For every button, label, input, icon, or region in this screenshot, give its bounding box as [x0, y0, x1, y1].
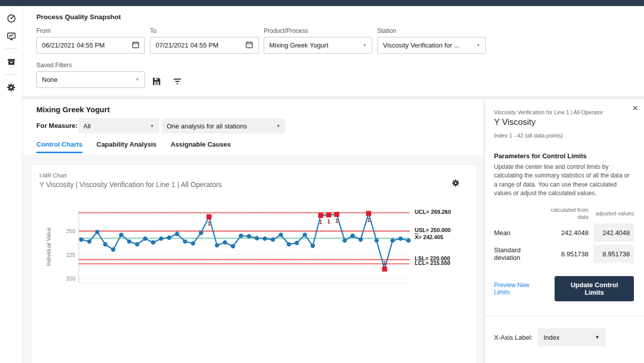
save-filter-button[interactable] — [152, 77, 161, 86]
chevron-down-icon: ▼ — [595, 335, 600, 340]
individuals-chart[interactable]: 200225250111111UCL= 269.260USL= 250.000X… — [37, 204, 478, 294]
to-label: To — [150, 27, 259, 34]
chart-area: I-MR Chart Y Viscosity | Viscosity Verif… — [23, 154, 483, 363]
svg-text:1: 1 — [208, 220, 211, 226]
product-process-value: Mixing Greek Yogurt — [269, 41, 328, 49]
chevron-down-icon: ▼ — [135, 77, 139, 82]
x-axis-label: X-Axis Label: — [494, 334, 537, 341]
control-limits-panel: × Viscosity Verification for Line 1 | Al… — [485, 99, 644, 363]
filter-icon[interactable] — [173, 77, 182, 86]
stdev-calculated-value: 8.951738 — [545, 250, 588, 258]
update-control-limits-button[interactable]: Update Control Limits — [555, 276, 634, 301]
x-axis-value: Index — [543, 334, 560, 341]
svg-text:1: 1 — [383, 260, 386, 266]
individuals-chart-cl-label: X= 242.405 — [415, 234, 443, 240]
from-date-value: 06/21/2021 04:55 PM — [42, 41, 105, 49]
svg-text:1: 1 — [367, 217, 370, 223]
chart-type-label: I-MR Chart — [39, 172, 67, 178]
tab-assignable-causes[interactable]: Assignable Causes — [171, 141, 231, 153]
mean-calculated-value: 242.4048 — [545, 229, 588, 237]
tab-bar: Control Charts Capability Analysis Assig… — [36, 141, 231, 153]
panel-index-range: Index 1 - 42 (all data points) — [494, 132, 634, 139]
panel-breadcrumb: Viscosity Verification for Line 1 | All … — [494, 109, 634, 115]
gear-icon[interactable] — [6, 82, 16, 93]
station-label: Station — [377, 27, 486, 34]
tab-capability-analysis[interactable]: Capability Analysis — [96, 141, 157, 153]
saved-filters-label: Saved Filters — [36, 62, 145, 69]
saved-filters-select[interactable]: None ▼ — [36, 71, 145, 88]
parameters-section-title: Parameters for Control Limits — [494, 152, 634, 160]
row-label-mean: Mean — [494, 229, 540, 237]
to-date-input[interactable]: 07/21/2021 04:55 PM — [150, 37, 259, 54]
chevron-down-icon: ▼ — [363, 43, 367, 48]
panel-divider — [485, 315, 644, 316]
analysis-mode-value: One analysis for all stations — [167, 122, 247, 130]
chart-subtitle: Y Viscosity | Viscosity Verification for… — [39, 180, 222, 189]
panel-title: Y Viscosity — [494, 117, 634, 127]
individuals-chart-ucl-label: UCL= 269.260 — [415, 209, 451, 215]
from-label: From — [36, 27, 145, 34]
chevron-down-icon: ▼ — [150, 124, 154, 128]
row-label-stdev: Standard deviation — [494, 246, 540, 261]
measure-select[interactable]: All ▼ — [78, 118, 159, 133]
chart-settings-gear-icon[interactable] — [452, 179, 460, 187]
x-axis-select[interactable]: Index ▼ — [537, 328, 606, 346]
sidebar-divider — [5, 74, 18, 75]
monitor-chart-icon[interactable] — [6, 31, 16, 41]
svg-text:1: 1 — [327, 218, 330, 224]
svg-text:225: 225 — [66, 252, 75, 258]
individuals-chart-y-axis-title: Individual Value — [45, 228, 52, 266]
archive-box-icon[interactable] — [6, 57, 16, 67]
svg-text:250: 250 — [66, 228, 75, 234]
analysis-panel: Mixing Greek Yogurt For Measure: All ▼ O… — [23, 99, 483, 363]
sidebar-divider — [5, 49, 18, 49]
calendar-icon[interactable] — [245, 41, 253, 50]
individuals-chart-lcl-label: LCL= 215.550 — [415, 260, 451, 266]
station-value: Viscosity Verification for ... — [383, 41, 460, 49]
filter-panel: Process Quality Snapshot From 06/21/2021… — [23, 6, 644, 96]
product-process-select[interactable]: Mixing Greek Yogurt ▼ — [264, 37, 372, 54]
from-date-input[interactable]: 06/21/2021 04:55 PM — [36, 37, 145, 54]
saved-filters-value: None — [42, 76, 58, 83]
page-title: Process Quality Snapshot — [36, 13, 121, 21]
svg-text:1: 1 — [319, 219, 322, 225]
mean-adjusted-input[interactable]: 242.4048 — [593, 223, 634, 242]
app-sidebar — [0, 6, 23, 363]
parameters-table: calculated from data adjusted values Mea… — [494, 206, 634, 263]
close-icon[interactable]: × — [632, 103, 638, 113]
imr-chart-card: I-MR Chart Y Viscosity | Viscosity Verif… — [31, 164, 477, 363]
chevron-down-icon: ▼ — [476, 43, 480, 48]
dashboard-gauge-icon[interactable] — [6, 13, 16, 23]
process-title: Mixing Greek Yogurt — [36, 105, 110, 114]
for-measure-label: For Measure: — [36, 118, 78, 133]
tab-control-charts[interactable]: Control Charts — [36, 141, 82, 153]
parameters-description: Update the center line and control limit… — [494, 163, 634, 198]
station-select[interactable]: Viscosity Verification for ... ▼ — [377, 37, 486, 54]
measure-value: All — [83, 122, 90, 130]
individuals-chart-usl-label: USL= 250.000 — [415, 227, 451, 233]
to-date-value: 07/21/2021 04:55 PM — [156, 41, 218, 49]
calendar-icon[interactable] — [132, 41, 139, 50]
svg-text:200: 200 — [66, 276, 75, 282]
individuals-chart-svg: 200225250111111 — [37, 204, 478, 294]
stdev-adjusted-input[interactable]: 8.951738 — [593, 245, 634, 263]
analysis-mode-select[interactable]: One analysis for all stations ▼ — [162, 118, 285, 133]
preview-new-limits-link[interactable]: Preview New Limits — [494, 282, 546, 296]
svg-text:1: 1 — [335, 218, 338, 224]
column-header-calculated: calculated from data — [545, 206, 588, 221]
chevron-down-icon: ▼ — [276, 124, 280, 128]
product-process-label: Product/Process — [264, 27, 372, 34]
top-navigation-bar — [0, 0, 644, 6]
column-header-adjusted: adjusted values — [593, 210, 634, 217]
